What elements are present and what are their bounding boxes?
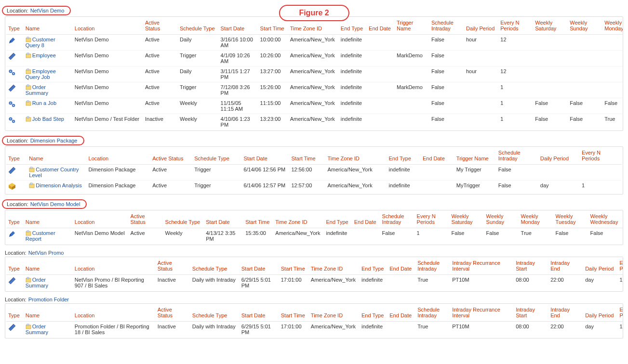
col-name[interactable]: Name — [24, 305, 73, 322]
col-dailyPeriod[interactable]: Daily Period — [583, 258, 617, 275]
col-everyN[interactable]: Every N Periods — [498, 18, 533, 35]
col-wSat[interactable]: Weekly Saturday — [450, 211, 484, 228]
col-active[interactable]: Active Status — [129, 211, 163, 228]
cell-tz: America/New_York — [328, 182, 373, 188]
col-wTue[interactable]: Weekly Tuesday — [554, 211, 588, 228]
col-schedIntra[interactable]: Schedule Intraday — [380, 211, 415, 228]
col-startDate[interactable]: Start Date — [240, 258, 279, 275]
col-name[interactable]: Name — [24, 258, 73, 275]
object-name-link[interactable]: Run a Job — [32, 100, 56, 106]
col-wMon[interactable]: Weekly Monday — [602, 18, 623, 35]
col-startTime[interactable]: Start Time — [289, 148, 325, 165]
col-endType[interactable]: End Type — [360, 258, 387, 275]
col-wSun[interactable]: Weekly Sunday — [568, 18, 602, 35]
col-dailyPeriod[interactable]: Daily Period — [464, 18, 498, 35]
col-endDate[interactable]: End Date — [367, 18, 395, 35]
location-link[interactable]: NetVisn Demo Model — [30, 201, 80, 207]
col-startTime[interactable]: Start Time — [279, 305, 309, 322]
col-startDate[interactable]: Start Date — [219, 18, 258, 35]
col-location[interactable]: Location — [73, 18, 143, 35]
location-link[interactable]: NetVisn Promo — [28, 250, 64, 256]
col-intraRecur[interactable]: Intraday Recurrance Interval — [450, 305, 514, 322]
col-schedType[interactable]: Schedule Type — [192, 148, 241, 165]
col-name[interactable]: Name — [27, 148, 86, 165]
col-trigger[interactable]: Trigger Name — [454, 148, 496, 165]
cell-startTime: 15:35:00 — [245, 230, 266, 236]
location-link[interactable]: Dimension Package — [30, 138, 78, 143]
col-schedType[interactable]: Schedule Type — [178, 18, 219, 35]
table-row: EmployeeNetVisn DemoActiveTrigger4/1/09 … — [6, 51, 623, 66]
col-endDate[interactable]: End Date — [387, 305, 415, 322]
col-everyN[interactable]: Every N Periods — [580, 148, 622, 165]
col-name[interactable]: Name — [24, 18, 73, 35]
col-tz[interactable]: Time Zone ID — [309, 305, 360, 322]
col-endType[interactable]: End Type — [387, 148, 421, 165]
col-active[interactable]: Active Status — [156, 258, 190, 275]
col-schedIntra[interactable]: Schedule Intraday — [429, 18, 464, 35]
object-name-link[interactable]: Job Bad Step — [32, 116, 64, 122]
col-schedType[interactable]: Schedule Type — [163, 211, 204, 228]
col-endDate[interactable]: End Date — [352, 211, 380, 228]
cell-active: Inactive — [145, 116, 163, 122]
col-startDate[interactable]: Start Date — [241, 148, 289, 165]
col-endType[interactable]: End Type — [324, 211, 352, 228]
col-intraStart[interactable]: Intraday Start — [514, 258, 548, 275]
object-name-link[interactable]: Customer Country Level — [29, 167, 79, 178]
col-everyN[interactable]: Every N Periods — [415, 211, 450, 228]
col-intraRecur[interactable]: Intraday Recurrance Interval — [450, 258, 514, 275]
col-schedType[interactable]: Schedule Type — [190, 305, 240, 322]
col-tz[interactable]: Time Zone ID — [326, 148, 387, 165]
col-location[interactable]: Location — [73, 258, 156, 275]
col-endType[interactable]: End Type — [360, 305, 387, 322]
object-icon — [29, 182, 35, 188]
col-wSun[interactable]: Weekly Sunday — [484, 211, 519, 228]
col-intraEnd[interactable]: Intraday End — [548, 258, 583, 275]
schedule-table: TypeNameLocationActive StatusSchedule Ty… — [6, 258, 623, 290]
col-name[interactable]: Name — [24, 211, 73, 228]
col-wSat[interactable]: Weekly Saturday — [533, 18, 568, 35]
col-dailyPeriod[interactable]: Daily Period — [538, 148, 580, 165]
col-schedIntra[interactable]: Schedule Intraday — [415, 305, 450, 322]
col-startTime[interactable]: Start Time — [279, 258, 309, 275]
cell-dailyPeriod: day — [585, 324, 594, 329]
cell-everyN: 1 — [417, 230, 420, 236]
cell-startDate: 6/14/06 12:57 PM — [243, 182, 285, 188]
col-type[interactable]: Type — [6, 305, 24, 322]
cell-startTime: 11:15:00 — [260, 100, 281, 106]
col-startDate[interactable]: Start Date — [204, 211, 243, 228]
col-location[interactable]: Location — [87, 148, 151, 165]
col-type[interactable]: Type — [6, 148, 27, 165]
col-type[interactable]: Type — [6, 211, 24, 228]
col-schedType[interactable]: Schedule Type — [190, 258, 240, 275]
col-location[interactable]: Location — [73, 305, 156, 322]
col-endDate[interactable]: End Date — [421, 148, 454, 165]
col-everyN[interactable]: Every N Periods — [617, 258, 623, 275]
col-dailyPeriod[interactable]: Daily Period — [583, 305, 617, 322]
col-schedIntra[interactable]: Schedule Intraday — [415, 258, 450, 275]
col-tz[interactable]: Time Zone ID — [273, 211, 324, 228]
col-active[interactable]: Active Status — [150, 148, 192, 165]
cell-startDate: 11/15/05 11:15 AM — [221, 100, 243, 112]
col-schedIntra[interactable]: Schedule Intraday — [496, 148, 538, 165]
object-name-link[interactable]: Employee — [32, 52, 56, 58]
location-link[interactable]: Promotion Folder — [28, 297, 69, 302]
location-link[interactable]: NetVisn Demo — [30, 8, 65, 13]
col-endDate[interactable]: End Date — [387, 258, 415, 275]
col-startTime[interactable]: Start Time — [243, 211, 273, 228]
col-intraEnd[interactable]: Intraday End — [548, 305, 583, 322]
col-type[interactable]: Type — [6, 258, 24, 275]
cell-trigger: MarkDemo — [397, 84, 423, 90]
col-location[interactable]: Location — [73, 211, 129, 228]
col-active[interactable]: Active Status — [156, 305, 190, 322]
col-everyN[interactable]: Every N Periods — [617, 305, 623, 322]
col-type[interactable]: Type — [6, 18, 24, 35]
object-name-link[interactable]: Dimension Analysis — [36, 182, 81, 188]
col-intraStart[interactable]: Intraday Start — [514, 305, 548, 322]
table-header-row: TypeNameLocationActive StatusSchedule Ty… — [6, 211, 623, 228]
col-wMon[interactable]: Weekly Monday — [519, 211, 554, 228]
col-tz[interactable]: Time Zone ID — [309, 258, 360, 275]
col-startDate[interactable]: Start Date — [240, 305, 279, 322]
col-active[interactable]: Active Status — [143, 18, 178, 35]
col-trigger[interactable]: Trigger Name — [395, 18, 429, 35]
col-wWed[interactable]: Weekly Wednesday — [588, 211, 623, 228]
